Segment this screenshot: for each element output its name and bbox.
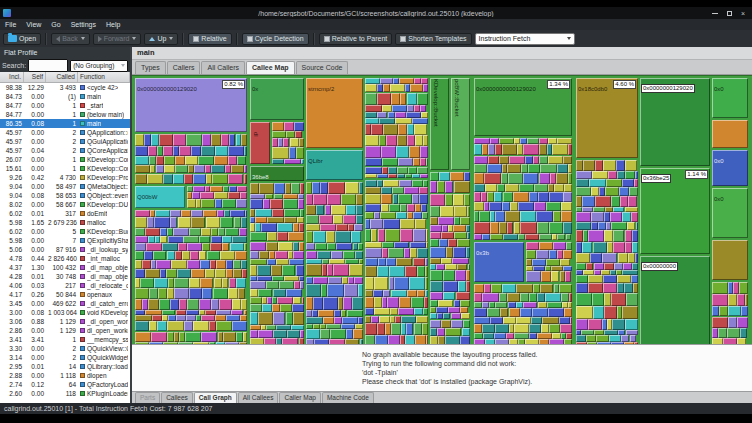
treemap-cell[interactable] bbox=[140, 278, 154, 288]
treemap-cell[interactable] bbox=[457, 239, 470, 246]
treemap-cell[interactable] bbox=[634, 179, 638, 188]
treemap-cell[interactable] bbox=[205, 165, 211, 174]
treemap-cell[interactable] bbox=[255, 209, 272, 217]
treemap-cell[interactable] bbox=[306, 284, 321, 297]
treemap-cell[interactable] bbox=[187, 243, 202, 250]
treemap-cell[interactable] bbox=[417, 93, 429, 105]
treemap-cell[interactable] bbox=[603, 275, 617, 283]
treemap-block[interactable]: dl bbox=[250, 122, 270, 164]
treemap-cell[interactable] bbox=[179, 332, 186, 343]
treemap-cell[interactable] bbox=[232, 299, 241, 309]
treemap-cell[interactable] bbox=[540, 164, 557, 173]
treemap-cell[interactable] bbox=[232, 321, 247, 332]
treemap-cell[interactable] bbox=[331, 251, 343, 259]
treemap-cell[interactable] bbox=[521, 164, 528, 173]
treemap-cell[interactable] bbox=[213, 288, 229, 299]
treemap-cell[interactable] bbox=[330, 329, 346, 339]
treemap-cell[interactable] bbox=[484, 284, 492, 293]
treemap-cell[interactable] bbox=[397, 167, 409, 175]
treemap-cell[interactable] bbox=[200, 278, 213, 288]
treemap-cell[interactable] bbox=[625, 160, 636, 171]
treemap-cell[interactable] bbox=[365, 323, 377, 335]
treemap-cell[interactable] bbox=[610, 212, 623, 222]
treemap-cell[interactable] bbox=[387, 297, 399, 307]
treemap-cell[interactable] bbox=[148, 146, 158, 156]
treemap-cell[interactable] bbox=[426, 158, 428, 167]
treemap-cell[interactable] bbox=[154, 217, 170, 228]
treemap-cell[interactable] bbox=[405, 266, 417, 277]
treemap-cell[interactable] bbox=[222, 278, 228, 288]
treemap-cell[interactable] bbox=[712, 338, 723, 344]
treemap-cell[interactable] bbox=[632, 263, 638, 270]
treemap-cell[interactable] bbox=[135, 288, 149, 299]
treemap-cell[interactable] bbox=[173, 228, 190, 236]
treemap-cell[interactable] bbox=[313, 297, 323, 310]
treemap-cell[interactable] bbox=[412, 118, 428, 124]
treemap-cell[interactable] bbox=[237, 156, 246, 165]
treemap-cell[interactable] bbox=[383, 84, 390, 93]
treemap-cell[interactable] bbox=[222, 199, 236, 208]
title-bar[interactable]: /home/sergsbot/Documents/GCI/screenshots… bbox=[0, 7, 752, 19]
treemap-cell[interactable] bbox=[396, 212, 406, 220]
treemap-cell[interactable] bbox=[546, 202, 561, 211]
treemap-cell[interactable] bbox=[354, 224, 363, 231]
tab-callees[interactable]: Callees bbox=[161, 392, 193, 403]
treemap-cell[interactable] bbox=[520, 293, 529, 302]
treemap-cell[interactable] bbox=[288, 232, 304, 242]
treemap-cell[interactable] bbox=[632, 230, 638, 242]
treemap-cell[interactable] bbox=[225, 228, 239, 236]
treemap-cell[interactable] bbox=[144, 134, 152, 146]
treemap-cell[interactable] bbox=[216, 260, 226, 269]
treemap-cell[interactable] bbox=[326, 231, 335, 244]
treemap-cell[interactable] bbox=[289, 147, 296, 159]
treemap-cell[interactable] bbox=[624, 342, 634, 343]
treemap-cell[interactable] bbox=[451, 320, 463, 328]
treemap-cell[interactable] bbox=[633, 283, 638, 293]
treemap-cell[interactable] bbox=[365, 158, 382, 167]
treemap-cell[interactable] bbox=[532, 259, 546, 266]
menu-item-file[interactable]: File bbox=[0, 19, 21, 30]
treemap-cell[interactable] bbox=[190, 251, 199, 260]
treemap-cell[interactable] bbox=[425, 266, 428, 277]
treemap-cell[interactable] bbox=[518, 234, 525, 240]
treemap-cell[interactable] bbox=[542, 317, 559, 324]
treemap-cell[interactable] bbox=[539, 242, 554, 250]
treemap-cell[interactable] bbox=[417, 167, 428, 175]
treemap-cell[interactable] bbox=[389, 204, 400, 212]
treemap-cell[interactable] bbox=[548, 308, 564, 317]
treemap-cell[interactable] bbox=[443, 270, 455, 281]
treemap-cell[interactable] bbox=[617, 283, 625, 293]
treemap-cell[interactable] bbox=[370, 219, 383, 229]
treemap-cell[interactable] bbox=[182, 251, 190, 260]
treemap-cell[interactable] bbox=[474, 144, 482, 155]
treemap-cell[interactable] bbox=[230, 210, 245, 217]
treemap-cell[interactable] bbox=[591, 187, 599, 195]
treemap-cell[interactable] bbox=[211, 299, 219, 309]
treemap-cell[interactable] bbox=[250, 199, 263, 209]
treemap-cell[interactable] bbox=[378, 258, 386, 266]
treemap-cell[interactable] bbox=[614, 263, 624, 270]
treemap-cell[interactable] bbox=[147, 174, 163, 185]
treemap-cell[interactable] bbox=[156, 156, 164, 165]
treemap-cell[interactable] bbox=[365, 180, 377, 187]
treemap-cell[interactable] bbox=[500, 308, 508, 317]
treemap-cell[interactable] bbox=[211, 236, 222, 243]
treemap-cell[interactable] bbox=[611, 222, 627, 230]
treemap-cell[interactable] bbox=[306, 251, 317, 259]
treemap-cell[interactable] bbox=[525, 339, 538, 343]
treemap-cell[interactable] bbox=[159, 134, 174, 146]
treemap-cell[interactable] bbox=[632, 242, 638, 252]
treemap-cell[interactable] bbox=[499, 156, 509, 164]
treemap-cell[interactable] bbox=[185, 156, 198, 165]
treemap-cell[interactable] bbox=[380, 212, 396, 220]
treemap-cell[interactable] bbox=[417, 290, 424, 298]
treemap-cell[interactable] bbox=[277, 297, 292, 304]
treemap-cell[interactable] bbox=[430, 172, 439, 181]
treemap-cell[interactable] bbox=[175, 156, 185, 165]
treemap-cell[interactable] bbox=[408, 167, 417, 175]
treemap-cell[interactable] bbox=[191, 146, 201, 156]
treemap-cell[interactable] bbox=[258, 289, 273, 297]
treemap-cell[interactable] bbox=[277, 232, 288, 242]
table-row[interactable]: 4.060.03217_dl_relocate_object bbox=[0, 281, 130, 290]
treemap-cell[interactable] bbox=[267, 217, 284, 224]
